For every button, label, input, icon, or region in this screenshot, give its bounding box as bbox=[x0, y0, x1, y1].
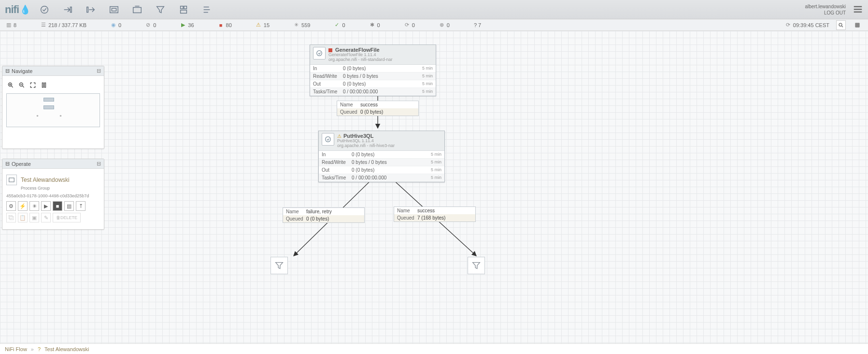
status-locally-modified: ✱0 bbox=[370, 22, 380, 28]
user-name: albert.lewandowski bbox=[805, 3, 846, 10]
search-button[interactable] bbox=[836, 20, 846, 30]
app-header: nifi 💧 albert.lewandowski LOG OUT bbox=[0, 0, 868, 19]
processor-bundle: org.apache.nifi - nifi-hive3-nar bbox=[337, 144, 441, 148]
svg-rect-18 bbox=[9, 178, 14, 182]
status-transmitting: ◉0 bbox=[111, 22, 121, 28]
breadcrumb-current[interactable]: Test Alewandowski bbox=[44, 346, 89, 352]
flow-status-bar: ▥8 ☰218 / 337.77 KB ◉0 ⊘0 ▶36 ■80 ⚠15 ✳5… bbox=[0, 19, 868, 31]
status-refresh[interactable]: ⟳09:39:45 CEST bbox=[785, 22, 829, 28]
delete-button: 🗑 DELETE bbox=[53, 213, 81, 222]
zoom-fit-button[interactable] bbox=[28, 81, 37, 89]
svg-rect-3 bbox=[110, 6, 118, 13]
color-button: ✎ bbox=[41, 213, 51, 222]
disabled-icon: ✳ bbox=[294, 22, 299, 28]
global-menu-icon[interactable] bbox=[853, 4, 863, 15]
connection-success-2[interactable]: Namesuccess Queued7 (168 bytes) bbox=[394, 206, 476, 222]
svg-rect-7 bbox=[184, 6, 187, 9]
status-stale: ⟳0 bbox=[404, 22, 415, 28]
logout-link[interactable]: LOG OUT bbox=[805, 10, 846, 16]
zoom-actual-button[interactable] bbox=[40, 81, 48, 89]
svg-rect-16 bbox=[43, 83, 43, 87]
invalid-icon: ⚠ bbox=[256, 22, 261, 28]
svg-rect-6 bbox=[181, 6, 184, 9]
operate-minimize-icon[interactable]: ⊟ bbox=[97, 161, 101, 167]
refresh-icon: ⟳ bbox=[785, 22, 791, 28]
stale-icon: ⟳ bbox=[404, 22, 410, 28]
zoom-out-button[interactable] bbox=[17, 81, 26, 89]
status-stopped: ■80 bbox=[218, 22, 232, 28]
status-queue: ☰218 / 337.77 KB bbox=[41, 22, 86, 28]
funnel-drag-icon[interactable] bbox=[155, 4, 166, 15]
processor-title-block: ⚠PutHive3QL PutHive3QL 1.11.4 org.apache… bbox=[337, 133, 441, 148]
connection-success-1[interactable]: Namesuccess Queued0 (0 bytes) bbox=[337, 101, 419, 116]
processor-icon bbox=[313, 47, 326, 59]
invalid-icon: ? bbox=[38, 346, 41, 352]
copy-button: ⿻ bbox=[6, 213, 16, 222]
label-drag-icon[interactable] bbox=[201, 4, 213, 15]
localmod-icon: ✱ bbox=[370, 22, 375, 28]
output-port-drag-icon[interactable] bbox=[85, 4, 97, 15]
breadcrumb-root[interactable]: NiFi Flow bbox=[5, 346, 27, 352]
logo-text: nifi bbox=[5, 3, 19, 16]
svg-point-0 bbox=[41, 6, 48, 13]
breadcrumb-bar: NiFi Flow » ? Test Alewandowski bbox=[0, 343, 868, 354]
processor-puthive3ql[interactable]: ⚠PutHive3QL PutHive3QL 1.11.4 org.apache… bbox=[318, 131, 445, 182]
svg-rect-5 bbox=[133, 7, 142, 13]
svg-point-19 bbox=[317, 51, 322, 56]
groups-icon: ▥ bbox=[6, 22, 11, 28]
operate-panel: ⊟ Operate ⊟ Test Alewandowski Process Gr… bbox=[2, 159, 104, 230]
process-group-icon bbox=[6, 175, 17, 185]
remote-process-group-drag-icon[interactable] bbox=[131, 4, 143, 15]
disable-button[interactable]: ✳ bbox=[29, 201, 39, 211]
process-group-drag-icon[interactable] bbox=[108, 4, 120, 15]
user-info: albert.lewandowski LOG OUT bbox=[805, 3, 846, 16]
start-button[interactable]: ▶ bbox=[41, 201, 51, 211]
template-button[interactable]: ▥ bbox=[64, 201, 74, 211]
paste-button: 📋 bbox=[18, 213, 28, 222]
queue-icon: ☰ bbox=[41, 22, 46, 28]
status-running: ▶36 bbox=[180, 22, 194, 28]
navigate-header: ⊟ Navigate ⊟ bbox=[2, 66, 104, 76]
navigate-panel: ⊟ Navigate ⊟ bbox=[2, 66, 104, 149]
operate-collapse-icon[interactable]: ⊟ bbox=[5, 161, 10, 167]
template-drag-icon[interactable] bbox=[178, 4, 189, 15]
flow-canvas[interactable]: ⊟ Navigate ⊟ ⊟ Operate ⊟ bbox=[0, 31, 868, 343]
operate-group-name: Test Alewandowski bbox=[21, 177, 70, 183]
status-disabled: ✳559 bbox=[294, 22, 310, 28]
processor-bundle: org.apache.nifi - nifi-standard-nar bbox=[328, 58, 433, 62]
breadcrumb-separator: » bbox=[31, 346, 34, 352]
navigate-minimize-icon[interactable]: ⊟ bbox=[97, 68, 101, 74]
svg-rect-13 bbox=[855, 23, 859, 27]
navigate-collapse-icon[interactable]: ⊟ bbox=[5, 68, 10, 74]
svg-rect-10 bbox=[854, 9, 862, 10]
connection-failure-retry[interactable]: Namefailure, retry Queued0 (0 bytes) bbox=[283, 207, 365, 223]
operate-header: ⊟ Operate ⊟ bbox=[2, 159, 104, 169]
input-port-drag-icon[interactable] bbox=[62, 4, 73, 15]
bulletin-button[interactable] bbox=[853, 20, 862, 30]
syncfail-icon: ⊗ bbox=[439, 22, 444, 28]
birdseye-view[interactable] bbox=[6, 93, 100, 127]
svg-point-12 bbox=[839, 23, 842, 26]
funnel-right[interactable] bbox=[468, 257, 485, 274]
enable-button[interactable]: ⚡ bbox=[18, 201, 28, 211]
svg-rect-4 bbox=[112, 8, 116, 11]
group-button: ▣ bbox=[29, 213, 39, 222]
processor-generateflowfile[interactable]: GenerateFlowFile GenerateFlowFile 1.11.4… bbox=[310, 44, 436, 96]
navigate-title: Navigate bbox=[12, 68, 32, 74]
processor-drag-icon[interactable] bbox=[39, 4, 50, 15]
upload-template-button[interactable]: ⤒ bbox=[76, 201, 85, 211]
zoom-in-button[interactable] bbox=[6, 81, 15, 89]
funnel-left[interactable] bbox=[270, 257, 288, 274]
nifi-logo: nifi 💧 bbox=[5, 3, 30, 16]
operate-group-type: Process Group bbox=[21, 186, 100, 191]
stop-button[interactable]: ■ bbox=[53, 201, 62, 211]
status-unknown: ? 7 bbox=[474, 22, 481, 28]
svg-rect-8 bbox=[181, 10, 187, 13]
processor-title-block: GenerateFlowFile GenerateFlowFile 1.11.4… bbox=[328, 47, 433, 62]
svg-rect-17 bbox=[44, 83, 45, 87]
operate-group-id: 455a0cb3-0178-1000-4498-c0d33ed25b7d bbox=[6, 191, 100, 201]
configure-button[interactable]: ⚙ bbox=[6, 201, 16, 211]
not-transmitting-icon: ⊘ bbox=[145, 22, 151, 28]
uptodate-icon: ✓ bbox=[334, 22, 340, 28]
svg-rect-1 bbox=[71, 7, 72, 12]
